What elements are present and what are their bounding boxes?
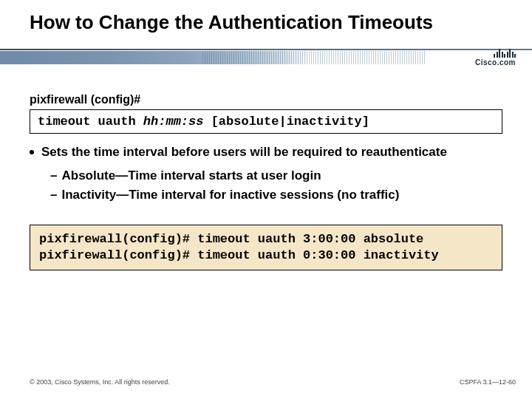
syntax-command: timeout uauth xyxy=(38,115,143,129)
sub-bullet-text: Absolute—Time interval starts at user lo… xyxy=(61,168,321,183)
cisco-bars-icon xyxy=(475,47,516,58)
cisco-logo: Cisco.com xyxy=(475,47,516,66)
config-prompt-label: pixfirewall (config)# xyxy=(30,93,502,106)
cisco-logo-text: Cisco.com xyxy=(475,58,516,66)
bullet-text: Sets the time interval before users will… xyxy=(41,144,447,160)
header-band: Cisco.com xyxy=(0,46,532,72)
footer: © 2003, Cisco Systems, Inc. All rights r… xyxy=(30,378,516,386)
sub-bullet-text: Inactivity—Time interval for inactive se… xyxy=(61,188,399,202)
bullet-dot-icon xyxy=(30,150,34,154)
dash-icon: – xyxy=(50,168,57,183)
footer-copyright: © 2003, Cisco Systems, Inc. All rights r… xyxy=(30,378,170,386)
footer-pageref: CSPFA 3.1—12-60 xyxy=(460,378,516,386)
command-syntax-box: timeout uauth hh:mm:ss [absolute|inactiv… xyxy=(30,109,502,134)
content-area: pixfirewall (config)# timeout uauth hh:m… xyxy=(0,72,532,205)
syntax-args-italic: hh:mm:ss xyxy=(143,115,204,129)
sub-bullet-item: –Inactivity—Time interval for inactive s… xyxy=(50,185,502,205)
slide-title: How to Change the Authentication Timeout… xyxy=(0,0,532,41)
example-line: pixfirewall(config)# timeout uauth 0:30:… xyxy=(39,248,493,264)
bullet-item: Sets the time interval before users will… xyxy=(30,144,502,160)
syntax-tail: [absolute|inactivity] xyxy=(203,115,369,129)
band-stripes xyxy=(202,51,426,64)
sub-bullet-item: –Absolute—Time interval starts at user l… xyxy=(50,166,502,185)
example-code-box: pixfirewall(config)# timeout uauth 3:00:… xyxy=(30,225,502,270)
band-top-line xyxy=(0,49,532,50)
dash-icon: – xyxy=(50,188,57,202)
example-line: pixfirewall(config)# timeout uauth 3:00:… xyxy=(39,231,493,248)
slide: How to Change the Authentication Timeout… xyxy=(0,0,532,399)
